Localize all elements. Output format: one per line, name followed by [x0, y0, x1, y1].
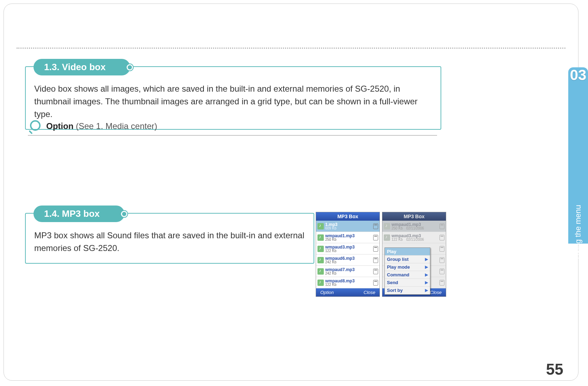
- storage-card-icon: [373, 257, 378, 263]
- list-item-text: 1.mp3 609 Kb: [325, 222, 338, 230]
- list-item: wmpaud1.mp3 250 Kb 02/11/2006: [382, 221, 446, 232]
- storage-card-icon: [373, 235, 378, 240]
- list-item-text: wmpaud3.mp3 122 Kb: [325, 245, 354, 253]
- file-name: wmpaud1.mp3: [325, 234, 354, 238]
- file-size: 122 Kb: [325, 249, 354, 253]
- list-item[interactable]: wmpaud8.mp3 122 Kb: [316, 277, 380, 288]
- phone-title: MP3 Box: [337, 214, 358, 219]
- menu-item-command[interactable]: Command ▶: [385, 271, 430, 279]
- section-body-text: Video box shows all images, which are sa…: [34, 84, 418, 119]
- chevron-right-icon: ▶: [425, 265, 428, 269]
- music-note-icon: [317, 257, 324, 263]
- file-size: 242 Kb: [325, 261, 354, 264]
- softkey-right[interactable]: Close: [430, 290, 442, 295]
- chevron-right-icon: ▶: [425, 288, 428, 293]
- softkey-left[interactable]: Option: [320, 290, 334, 295]
- storage-card-icon: [373, 280, 378, 286]
- music-note-icon: [384, 234, 390, 241]
- section-video-box: 1.3. Video box Video box shows all image…: [25, 59, 441, 130]
- storage-card-icon: [440, 257, 444, 263]
- storage-card-icon: [440, 223, 444, 229]
- file-size: 250 Kb: [325, 238, 354, 241]
- chapter-label: Using the menu: [574, 205, 583, 259]
- file-name: 1.mp3: [325, 222, 338, 227]
- section-title-pill: 1.3. Video box: [34, 59, 130, 75]
- menu-item-group-list[interactable]: Group list ▶: [385, 256, 430, 263]
- storage-card-icon: [440, 269, 444, 274]
- chapter-side-tab: 03 Using the menu: [568, 67, 588, 244]
- page-number: 55: [546, 361, 563, 378]
- list-item-text: wmpaud1.mp3 250 Kb 02/11/2006: [392, 222, 424, 230]
- phone-mp3-list: MP3 Box 1.mp3 609 Kb wmpaud1.mp3 250 Kb: [316, 212, 380, 297]
- file-name: wmpaud7.mp3: [325, 268, 354, 272]
- list-item-text: wmpaud3.mp3 122 Kb 02/11/2006: [392, 234, 424, 241]
- storage-card-icon: [440, 235, 444, 240]
- page-frame: 1.3. Video box Video box shows all image…: [4, 4, 578, 381]
- phone-screenshots: MP3 Box 1.mp3 609 Kb wmpaud1.mp3 250 Kb: [316, 212, 446, 297]
- list-item-text: wmpaud6.mp3 242 Kb: [325, 256, 354, 264]
- list-item-text: wmpaud1.mp3 250 Kb: [325, 234, 354, 241]
- list-item: wmpaud3.mp3 122 Kb 02/11/2006: [382, 232, 446, 243]
- music-note-icon: [384, 223, 390, 229]
- magnifier-icon: [28, 120, 40, 132]
- list-item-text: wmpaud7.mp3 242 Kb: [325, 268, 354, 275]
- phone-title: MP3 Box: [404, 214, 424, 219]
- menu-label: Group list: [387, 257, 408, 262]
- phone-titlebar: MP3 Box: [316, 212, 380, 221]
- section-title: 1.4. MP3 box: [44, 208, 100, 219]
- context-menu: Play Group list ▶ Play mode ▶ Command ▶ …: [384, 247, 430, 295]
- menu-item-play[interactable]: Play: [385, 248, 430, 256]
- option-rest: (See 1. Media center): [73, 121, 157, 131]
- file-size: 242 Kb: [325, 272, 354, 275]
- file-name: wmpaud6.mp3: [325, 256, 354, 261]
- option-bold: Option: [46, 121, 73, 131]
- chevron-right-icon: ▶: [425, 257, 428, 262]
- chevron-right-icon: ▶: [425, 280, 428, 285]
- file-meta: 122 Kb 02/11/2006: [392, 238, 424, 241]
- section-title-pill: 1.4. MP3 box: [34, 206, 125, 222]
- section-mp3-box: 1.4. MP3 box MP3 box shows all Sound fil…: [25, 206, 314, 264]
- list-item[interactable]: 1.mp3 609 Kb: [316, 221, 380, 232]
- menu-label: Play: [387, 249, 396, 254]
- storage-card-icon: [373, 269, 378, 274]
- option-line: Option (See 1. Media center): [28, 120, 437, 136]
- menu-label: Play mode: [387, 264, 410, 270]
- music-note-icon: [317, 268, 324, 275]
- file-meta: 250 Kb 02/11/2006: [392, 227, 424, 230]
- storage-card-icon: [373, 223, 378, 229]
- storage-card-icon: [440, 280, 444, 286]
- music-note-icon: [317, 280, 324, 286]
- section-body-text: MP3 box shows all Sound files that are s…: [34, 231, 304, 253]
- dotted-divider: [17, 48, 565, 49]
- file-size: 609 Kb: [325, 227, 338, 230]
- file-name: wmpaud3.mp3: [325, 245, 354, 249]
- phone-mp3-menu: MP3 Box wmpaud1.mp3 250 Kb 02/11/2006: [382, 212, 446, 297]
- section-title: 1.3. Video box: [44, 62, 105, 72]
- phone-list: 1.mp3 609 Kb wmpaud1.mp3 250 Kb: [316, 221, 380, 288]
- chapter-number: 03: [570, 67, 587, 84]
- list-item[interactable]: wmpaud3.mp3 122 Kb: [316, 243, 380, 255]
- file-name: wmpaud8.mp3: [325, 279, 354, 283]
- list-item[interactable]: wmpaud7.mp3 242 Kb: [316, 266, 380, 277]
- option-text: Option (See 1. Media center): [46, 121, 157, 131]
- menu-item-send[interactable]: Send ▶: [385, 279, 430, 287]
- music-note-icon: [317, 246, 324, 252]
- phone-titlebar: MP3 Box: [382, 212, 446, 221]
- list-item[interactable]: wmpaud1.mp3 250 Kb: [316, 232, 380, 243]
- list-item-text: wmpaud8.mp3 122 Kb: [325, 279, 354, 287]
- file-name: wmpaud1.mp3: [392, 222, 424, 227]
- menu-label: Command: [387, 272, 410, 277]
- file-name: wmpaud3.mp3: [392, 234, 424, 238]
- menu-label: Sort by: [387, 288, 403, 293]
- menu-label: Send: [387, 280, 398, 285]
- softkey-right[interactable]: Close: [364, 290, 375, 295]
- menu-item-sort-by[interactable]: Sort by ▶: [385, 287, 430, 294]
- chevron-right-icon: ▶: [425, 272, 428, 277]
- storage-card-icon: [373, 246, 378, 252]
- file-size: 122 Kb: [325, 283, 354, 287]
- music-note-icon: [317, 234, 324, 241]
- list-item[interactable]: wmpaud6.mp3 242 Kb: [316, 255, 380, 266]
- music-note-icon: [317, 223, 324, 229]
- menu-item-play-mode[interactable]: Play mode ▶: [385, 263, 430, 271]
- phone-softkey-bar: Option Close: [316, 288, 380, 296]
